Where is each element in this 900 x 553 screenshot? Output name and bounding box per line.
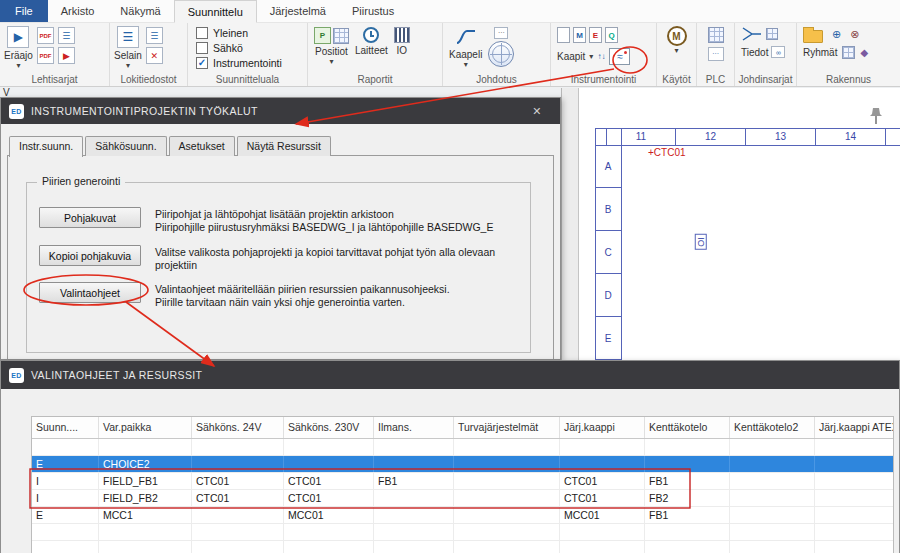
add-item-icon[interactable]: ⊕ [832,29,841,40]
table-cell: I [32,490,99,506]
eraajo-button[interactable]: ▶ Eräajo ▾ [4,26,33,69]
drives-button[interactable]: M ▾ [667,26,687,54]
table-row[interactable]: IFIELD_FB1CTC01CTC01FB1CTC01FB1 [32,473,893,490]
column-header[interactable]: Sähköns. 24V [192,417,284,438]
group-label-lokitiedostot: Lokitiedostot [110,74,187,85]
table-row[interactable] [32,439,893,456]
plc-io-icon[interactable]: ⋯ [708,47,724,61]
ribbon-tab-järjestelmä[interactable]: Järjestelmä [257,0,339,22]
column-header[interactable]: Sähköns. 230V [284,417,374,438]
table-row[interactable]: ECHOICE2 [32,456,893,473]
pushpin-icon[interactable] [867,106,885,126]
table-cell [730,507,815,523]
group-label-instrumentointi: Instrumentointi [551,74,656,85]
checkbox-yleinen[interactable]: Yleinen [196,25,248,40]
table-cell: FB1 [645,507,730,523]
table-cell: FIELD_FB1 [99,473,192,489]
harness-table-icon[interactable] [766,28,778,40]
drawing-canvas[interactable]: 11121314 ABCDE +CTC01 OI [561,88,900,360]
table-cell: FB1 [374,473,454,489]
action-row-pohjakuvat: Pohjakuvat Piiripohjat ja lähtöpohjat li… [39,207,522,233]
groupbox-legend: Piirien generointi [37,175,125,187]
table-cell [730,439,815,455]
remove-item-icon[interactable]: ⊗ [850,29,859,40]
table-row[interactable]: IFIELD_FB2CTC01CTC01CTC01FB2 [32,490,893,507]
table-cell [284,456,374,472]
ribbon-tab-arkisto[interactable]: Arkisto [48,0,108,22]
grid-column-label: 11 [606,128,676,145]
io-button[interactable]: IO [392,26,412,57]
checkbox-box-checked: ✓ [196,57,208,69]
grid-globe-icon[interactable] [488,41,514,67]
ribbon-tab-file[interactable]: File [0,0,48,22]
column-header[interactable]: Ilmans. [374,417,454,438]
tiedot-label: Tiedot [741,47,768,58]
chevron-down-icon: ▾ [674,48,678,54]
table-cell: I [32,473,99,489]
tab-nayta-resurssit[interactable]: Näytä Resurssit [237,136,331,156]
column-header[interactable]: Var.paikka [99,417,192,438]
table-row[interactable] [32,524,893,541]
dialog-title-bar[interactable]: ED VALINTAOHJEET JA RESURSSIT [1,361,899,389]
kopioi-pohjakuvia-button[interactable]: Kopioi pohjakuvia [39,245,141,266]
delete-log-icon[interactable]: ✕ [146,47,163,64]
checkbox-label: Yleinen [213,27,248,39]
column-header[interactable]: Järj.kaappi [560,417,645,438]
instrument-drawing-icon[interactable]: ≈ [609,48,630,65]
doc-e-icon[interactable]: E [589,27,602,43]
laitteet-button[interactable]: Laitteet [353,26,390,57]
selain-button[interactable]: ☰ Selain ▾ [114,26,142,69]
doc-q-icon[interactable]: Q [605,27,618,43]
table-cell [454,507,560,523]
doc-m-icon[interactable]: M [573,27,586,43]
table-cell [730,473,815,489]
sort-cabinets-icon[interactable]: ↑↓ [597,51,605,62]
column-header[interactable]: Järj.kaappi ATEX [815,417,894,438]
tiedot-button[interactable]: Tiedot ∞ [741,46,785,58]
tab-sahkosuunn[interactable]: Sähkösuunn. [85,136,166,156]
table-row[interactable] [32,541,893,553]
dialog-title-bar[interactable]: ED INSTRUMENTOINTIPROJEKTIN TYÖKALUT ✕ [1,98,560,124]
kaapit-button[interactable]: Kaapit [557,51,585,62]
kaapeli-button[interactable]: Kaapeli ▾ [447,26,484,69]
column-header[interactable]: Kenttäkotelo [645,417,730,438]
cross-circle-glyph: ⊗ [850,28,859,40]
positiot-button[interactable]: P Positiot ▾ [312,26,351,66]
ryhmat-button[interactable]: Ryhmät [803,47,837,58]
list-glyph: ☰ [150,31,158,41]
zones-icon[interactable]: ◆ [860,47,868,58]
grid-column-label: 14 [816,128,886,145]
log-file-icon[interactable]: ☰ [146,27,163,44]
resources-table-header: Suunn....Var.paikkaSähköns. 24VSähköns. … [32,417,893,439]
tab-instr-suunn[interactable]: Instr.suunn. [9,136,83,157]
m-glyph: M [576,31,583,40]
checkbox-instrumentointi[interactable]: ✓ Instrumentointi [196,55,282,70]
tab-asetukset[interactable]: Asetukset [169,136,235,156]
chevron-down-icon: ▾ [589,54,593,60]
close-icon[interactable]: ✕ [522,98,552,124]
column-header[interactable]: Kenttäkotelo2 [730,417,815,438]
pdf-batch-icon[interactable]: PDF [37,47,54,64]
description-line: Piirille tarvitaan näin vain yksi ohje g… [155,296,450,309]
chevron-down-icon: ▾ [126,63,130,69]
ribbon-tab-suunnittelu[interactable]: Suunnittelu [174,0,257,23]
folder-icon[interactable] [803,30,823,43]
frame-line [621,128,622,360]
harness-icon[interactable] [741,26,763,42]
resources-table: Suunn....Var.paikkaSähköns. 24VSähköns. … [31,416,894,553]
ribbon-tab-piirustus[interactable]: Piirustus [339,0,407,22]
table-row[interactable]: EMCC1MCC01MCC01FB1 [32,507,893,524]
route-icon[interactable]: ⋯ [494,27,508,39]
sheet-list-icon[interactable]: ☰ [58,27,75,44]
pohjakuvat-button[interactable]: Pohjakuvat [39,207,141,228]
plc-rack-icon[interactable] [708,27,724,43]
pdf-icon[interactable]: PDF [37,27,54,44]
valintaohjeet-button[interactable]: Valintaohjeet [39,282,141,303]
groups-grid-icon[interactable] [842,46,855,59]
checkbox-sahko[interactable]: Sähkö [196,40,243,55]
column-header[interactable]: Suunn.... [32,417,99,438]
document-icon[interactable] [557,27,570,43]
column-header[interactable]: Turvajärjestelmät [454,417,560,438]
ribbon-tab-näkymä[interactable]: Näkymä [107,0,173,22]
sheet-export-icon[interactable]: ▶ [58,47,75,64]
